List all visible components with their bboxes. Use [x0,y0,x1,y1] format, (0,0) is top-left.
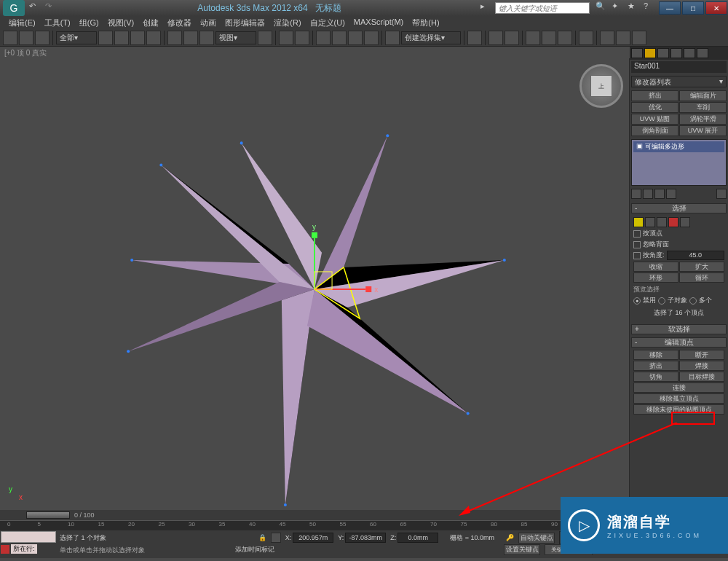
remove-modifier-button[interactable] [666,189,676,199]
mod-extrude-button[interactable]: 挤出 [631,90,678,101]
ref-coord-dropdown[interactable]: 视图 ▾ [215,31,256,44]
tab-utilities[interactable] [697,48,708,58]
tab-motion[interactable] [670,48,682,58]
menu-tools[interactable]: 工具(T) [40,16,75,29]
loop-button[interactable]: 循环 [679,272,724,283]
selection-lock-toggle[interactable] [1,545,9,554]
modifier-list-dropdown[interactable]: 修改器列表▾ [631,76,727,87]
graphite-tools-button[interactable] [526,31,540,45]
tab-create[interactable] [631,48,643,58]
info-icon[interactable]: ▸ [480,1,494,15]
mod-lathe-button[interactable]: 车削 [679,102,727,113]
link-button[interactable] [35,31,50,45]
undo-icon[interactable]: ↶ [29,1,42,15]
ring-button[interactable]: 环形 [633,272,678,283]
view-cube[interactable]: 上 [579,64,623,108]
menu-view[interactable]: 视图(V) [103,16,139,29]
tab-hierarchy[interactable] [657,48,669,58]
z-coord-field[interactable]: 0.0mm [397,533,438,543]
edit-named-sel-button[interactable] [385,31,400,45]
subobj-edge-button[interactable] [645,217,655,227]
soft-selection-header[interactable]: +软选择 [631,324,727,334]
menu-animation[interactable]: 动画 [196,16,221,29]
mod-uvwunwrap-button[interactable]: UVW 展开 [679,125,727,136]
menu-edit[interactable]: 编辑(E) [4,16,40,29]
redo-icon[interactable]: ↷ [45,1,58,15]
schematic-view-button[interactable] [558,31,572,45]
subobj-border-button[interactable] [657,217,667,227]
app-logo[interactable]: G [3,0,25,16]
add-time-tag[interactable]: 添加时间标记 [235,545,274,554]
ignore-backfacing-checkbox[interactable] [633,241,641,248]
preview-disable-radio[interactable] [633,297,641,305]
modifier-stack[interactable]: ▣ 可编辑多边形 [631,139,727,186]
material-editor-button[interactable] [579,31,593,45]
curve-editor-button[interactable] [542,31,556,45]
select-object-button[interactable] [98,31,113,45]
object-name-field[interactable]: Star001 [631,61,727,73]
make-unique-button[interactable] [654,189,665,199]
rotate-button[interactable] [183,31,198,45]
mod-editpatch-button[interactable]: 编辑面片 [679,90,727,101]
trackbar-strip[interactable] [1,531,56,543]
subobj-element-button[interactable] [680,217,690,227]
move-button[interactable] [167,31,182,45]
viewport[interactable]: x y 上 [0,58,630,510]
close-button[interactable]: ✕ [705,1,727,15]
shrink-selection-button[interactable]: 收缩 [633,262,678,272]
pivot-button[interactable] [258,31,272,45]
configure-sets-button[interactable] [716,189,727,199]
by-angle-checkbox[interactable] [633,252,641,259]
lock-icon[interactable]: 🔒 [258,534,266,541]
mirror-button[interactable] [467,31,482,45]
redo-button[interactable] [19,31,33,45]
layers-button[interactable] [505,31,519,45]
by-vertex-checkbox[interactable] [633,230,641,238]
subobj-polygon-button[interactable] [668,217,678,227]
mod-uvwmap-button[interactable]: UVW 贴图 [631,114,678,125]
render-setup-button[interactable] [600,31,614,45]
angle-snap-button[interactable] [332,31,347,45]
scale-button[interactable] [199,31,214,45]
manipulate-button[interactable] [279,31,293,45]
time-slider-handle[interactable] [26,511,70,519]
selection-filter-dropdown[interactable]: 全部 ▾ [56,31,97,44]
exchange-icon[interactable]: ✦ [612,1,625,15]
selection-rollout-header[interactable]: -选择 [631,203,727,213]
show-end-result-button[interactable] [643,189,653,199]
viewcube-face[interactable]: 上 [590,75,612,97]
menu-customize[interactable]: 自定义(U) [306,16,349,29]
transform-type-button[interactable] [271,533,281,543]
set-key-button[interactable]: 设置关键点 [504,544,540,555]
remove-unused-map-button[interactable]: 移除未使用的贴图顶点 [633,404,724,415]
render-button[interactable] [632,31,646,45]
menu-group[interactable]: 组(G) [75,16,103,29]
favorite-icon[interactable]: ★ [628,1,641,15]
auto-key-button[interactable]: 自动关键点 [518,533,555,544]
chamfer-vertex-button[interactable]: 切角 [633,372,678,382]
menu-maxscript[interactable]: MAXScript(M) [349,16,408,29]
mod-bevel-button[interactable]: 倒角剖面 [631,125,678,136]
key-icon[interactable]: 🔑 [506,534,514,541]
menu-rendering[interactable]: 渲染(R) [269,16,305,29]
preview-subobj-radio[interactable] [658,297,665,305]
tab-display[interactable] [684,48,695,58]
break-vertex-button[interactable]: 断开 [679,350,724,360]
remove-isolated-button[interactable]: 移除孤立顶点 [633,393,724,404]
extrude-vertex-button[interactable]: 挤出 [633,361,678,371]
named-selection-dropdown[interactable]: 创建选择集 ▾ [401,31,461,44]
undo-button[interactable] [3,31,17,45]
grow-selection-button[interactable]: 扩大 [679,262,724,272]
mod-turbosmooth-button[interactable]: 涡轮平滑 [679,114,727,125]
mod-optimize-button[interactable]: 优化 [631,102,678,113]
target-weld-button[interactable]: 目标焊接 [679,372,724,382]
tab-modify[interactable] [644,48,656,58]
connect-vertices-button[interactable]: 连接 [633,382,724,393]
minimize-button[interactable]: — [659,1,681,15]
x-coord-field[interactable]: 200.957m [293,533,333,543]
select-name-button[interactable] [114,31,129,45]
menu-graph-editors[interactable]: 图形编辑器 [221,16,269,29]
menu-create[interactable]: 创建 [138,16,163,29]
subobj-vertex-button[interactable] [633,217,644,227]
select-region-button[interactable] [130,31,145,45]
